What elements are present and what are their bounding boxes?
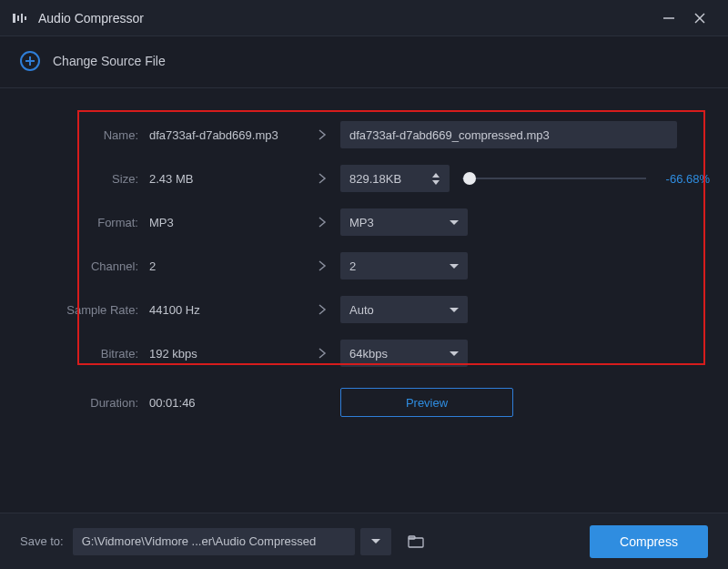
row-channel: Channel: 2 2 bbox=[18, 245, 710, 287]
main-panel: Name: dfa733af-d7abd669.mp3 dfa733af-d7a… bbox=[0, 88, 728, 432]
arrow-icon bbox=[304, 172, 340, 185]
arrow-icon bbox=[304, 303, 340, 316]
name-output-input[interactable]: dfa733af-d7abd669_compressed.mp3 bbox=[340, 121, 677, 148]
save-to-label: Save to: bbox=[20, 534, 64, 548]
save-path-value: G:\Vidmore\Vidmore ...er\Audio Compresse… bbox=[82, 534, 316, 548]
chevron-down-icon bbox=[450, 308, 459, 312]
bitrate-select-value: 64kbps bbox=[349, 347, 388, 361]
name-output-value: dfa733af-d7abd669_compressed.mp3 bbox=[349, 128, 550, 142]
format-label: Format: bbox=[18, 216, 149, 229]
size-output-value: 829.18KB bbox=[349, 172, 401, 186]
chevron-down-icon bbox=[371, 539, 380, 544]
compress-button-label: Compress bbox=[620, 534, 678, 549]
change-source-link[interactable]: Change Source File bbox=[53, 54, 166, 68]
bitrate-source-value: 192 kbps bbox=[149, 347, 304, 361]
row-sample-rate: Sample Rate: 44100 Hz Auto bbox=[18, 289, 710, 330]
window-title: Audio Compressor bbox=[38, 11, 653, 25]
app-icon bbox=[13, 12, 29, 25]
row-duration: Duration: 00:01:46 Preview bbox=[18, 381, 710, 423]
chevron-down-icon bbox=[450, 351, 459, 356]
arrow-icon bbox=[304, 216, 340, 229]
channel-select-value: 2 bbox=[349, 259, 356, 273]
channel-label: Channel: bbox=[18, 259, 149, 273]
arrow-icon bbox=[304, 128, 340, 141]
size-slider-thumb[interactable] bbox=[463, 172, 476, 185]
svg-rect-3 bbox=[25, 16, 26, 20]
source-row: Change Source File bbox=[0, 36, 728, 88]
svg-rect-1 bbox=[17, 15, 19, 21]
size-label: Size: bbox=[18, 172, 149, 186]
add-source-button[interactable] bbox=[20, 51, 40, 71]
bitrate-label: Bitrate: bbox=[18, 347, 149, 361]
size-source-value: 2.43 MB bbox=[149, 172, 304, 186]
format-select-value: MP3 bbox=[349, 216, 374, 229]
svg-rect-2 bbox=[21, 14, 23, 23]
save-path-dropdown[interactable] bbox=[360, 528, 391, 555]
arrow-icon bbox=[304, 347, 340, 360]
svg-marker-9 bbox=[432, 173, 440, 178]
duration-label: Duration: bbox=[18, 396, 149, 410]
titlebar: Audio Compressor bbox=[0, 0, 728, 36]
size-slider[interactable] bbox=[462, 178, 646, 179]
row-name: Name: dfa733af-d7abd669.mp3 dfa733af-d7a… bbox=[18, 114, 710, 156]
svg-rect-0 bbox=[13, 14, 15, 23]
chevron-down-icon bbox=[450, 264, 459, 269]
save-path-field[interactable]: G:\Vidmore\Vidmore ...er\Audio Compresse… bbox=[73, 528, 355, 555]
size-spin-up[interactable] bbox=[431, 171, 440, 178]
svg-marker-10 bbox=[432, 180, 440, 185]
duration-value: 00:01:46 bbox=[149, 396, 304, 410]
sample-rate-source-value: 44100 Hz bbox=[149, 303, 304, 317]
size-spin-down[interactable] bbox=[431, 178, 440, 186]
size-delta: -66.68% bbox=[655, 172, 710, 186]
format-select[interactable]: MP3 bbox=[340, 208, 468, 236]
compress-button[interactable]: Compress bbox=[590, 525, 708, 558]
channel-source-value: 2 bbox=[149, 259, 304, 273]
sample-rate-select[interactable]: Auto bbox=[340, 296, 468, 323]
name-label: Name: bbox=[18, 128, 149, 142]
chevron-down-icon bbox=[450, 220, 459, 225]
row-format: Format: MP3 MP3 bbox=[18, 201, 710, 243]
footer: Save to: G:\Vidmore\Vidmore ...er\Audio … bbox=[0, 513, 728, 569]
size-output-spinner[interactable]: 829.18KB bbox=[340, 165, 450, 192]
sample-rate-label: Sample Rate: bbox=[18, 303, 149, 317]
preview-button[interactable]: Preview bbox=[340, 388, 513, 417]
format-source-value: MP3 bbox=[149, 216, 304, 229]
row-bitrate: Bitrate: 192 kbps 64kbps bbox=[18, 332, 710, 374]
bitrate-select[interactable]: 64kbps bbox=[340, 340, 468, 367]
sample-rate-select-value: Auto bbox=[349, 303, 374, 317]
row-size: Size: 2.43 MB 829.18KB -66.68% bbox=[18, 157, 710, 199]
close-button[interactable] bbox=[684, 5, 715, 32]
minimize-button[interactable] bbox=[653, 5, 684, 32]
open-folder-button[interactable] bbox=[400, 528, 431, 555]
channel-select[interactable]: 2 bbox=[340, 252, 468, 279]
name-source-value: dfa733af-d7abd669.mp3 bbox=[149, 128, 304, 142]
preview-button-label: Preview bbox=[406, 396, 448, 410]
arrow-icon bbox=[304, 259, 340, 272]
